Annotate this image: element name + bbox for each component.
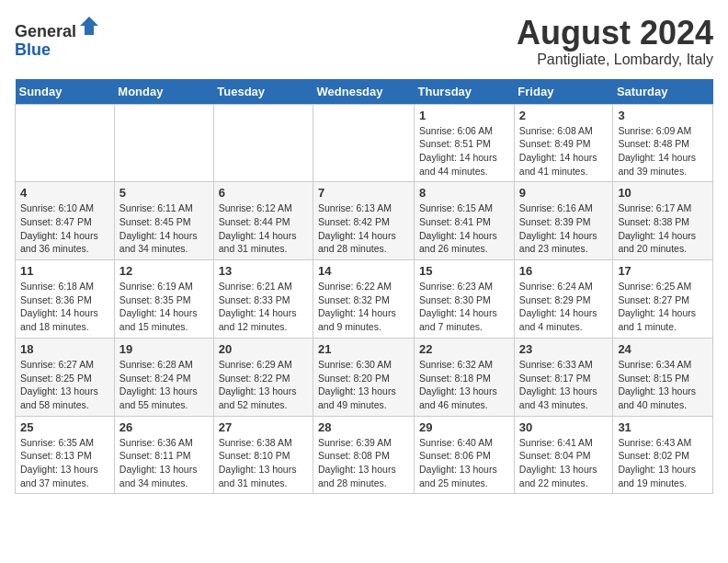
header-saturday: Saturday [613, 79, 713, 105]
calendar-body: 1Sunrise: 6:06 AM Sunset: 8:51 PM Daylig… [16, 104, 713, 494]
day-info: Sunrise: 6:35 AM Sunset: 8:13 PM Dayligh… [20, 436, 109, 490]
calendar-cell: 31Sunrise: 6:43 AM Sunset: 8:02 PM Dayli… [613, 416, 713, 494]
day-number: 20 [219, 342, 308, 356]
day-number: 4 [20, 186, 109, 200]
logo-icon [78, 15, 100, 37]
day-info: Sunrise: 6:24 AM Sunset: 8:29 PM Dayligh… [519, 280, 609, 334]
week-row-3: 18Sunrise: 6:27 AM Sunset: 8:25 PM Dayli… [16, 338, 713, 416]
day-number: 12 [119, 264, 209, 278]
day-info: Sunrise: 6:06 AM Sunset: 8:51 PM Dayligh… [419, 124, 509, 178]
header-friday: Friday [514, 79, 613, 105]
header-thursday: Thursday [415, 79, 515, 105]
calendar-cell: 26Sunrise: 6:36 AM Sunset: 8:11 PM Dayli… [114, 416, 213, 494]
calendar-cell: 24Sunrise: 6:34 AM Sunset: 8:15 PM Dayli… [613, 338, 713, 416]
calendar-cell [114, 104, 213, 182]
day-number: 24 [618, 342, 708, 356]
calendar-cell: 8Sunrise: 6:15 AM Sunset: 8:41 PM Daylig… [415, 182, 515, 260]
week-row-1: 4Sunrise: 6:10 AM Sunset: 8:47 PM Daylig… [16, 182, 713, 260]
day-number: 10 [618, 186, 708, 200]
page-header: General Blue August 2024 Pantigliate, Lo… [15, 15, 713, 68]
day-number: 13 [219, 264, 308, 278]
day-number: 21 [318, 342, 409, 356]
day-number: 1 [419, 109, 509, 122]
day-number: 17 [618, 264, 708, 278]
calendar-cell: 1Sunrise: 6:06 AM Sunset: 8:51 PM Daylig… [415, 104, 515, 182]
calendar-cell: 27Sunrise: 6:38 AM Sunset: 8:10 PM Dayli… [213, 416, 313, 494]
calendar-cell: 11Sunrise: 6:18 AM Sunset: 8:36 PM Dayli… [16, 260, 115, 339]
day-info: Sunrise: 6:17 AM Sunset: 8:38 PM Dayligh… [618, 201, 708, 256]
location: Pantigliate, Lombardy, Italy [517, 52, 713, 68]
day-info: Sunrise: 6:36 AM Sunset: 8:11 PM Dayligh… [119, 436, 209, 490]
day-number: 28 [318, 420, 409, 434]
month-title: August 2024 [517, 15, 713, 52]
calendar-cell: 30Sunrise: 6:41 AM Sunset: 8:04 PM Dayli… [514, 416, 613, 494]
day-info: Sunrise: 6:15 AM Sunset: 8:41 PM Dayligh… [419, 201, 509, 256]
day-number: 23 [519, 342, 609, 356]
calendar-cell: 3Sunrise: 6:09 AM Sunset: 8:48 PM Daylig… [613, 104, 713, 182]
day-number: 18 [20, 342, 109, 356]
calendar-cell: 18Sunrise: 6:27 AM Sunset: 8:25 PM Dayli… [16, 338, 115, 416]
calendar-cell: 9Sunrise: 6:16 AM Sunset: 8:39 PM Daylig… [514, 182, 613, 260]
day-number: 14 [318, 264, 409, 278]
day-info: Sunrise: 6:43 AM Sunset: 8:02 PM Dayligh… [618, 436, 708, 490]
calendar-cell: 22Sunrise: 6:32 AM Sunset: 8:18 PM Dayli… [415, 338, 515, 416]
day-info: Sunrise: 6:10 AM Sunset: 8:47 PM Dayligh… [20, 201, 109, 256]
day-info: Sunrise: 6:21 AM Sunset: 8:33 PM Dayligh… [219, 280, 308, 334]
calendar-cell: 29Sunrise: 6:40 AM Sunset: 8:06 PM Dayli… [415, 416, 515, 494]
header-sunday: Sunday [16, 79, 115, 105]
day-info: Sunrise: 6:29 AM Sunset: 8:22 PM Dayligh… [219, 358, 308, 412]
day-number: 31 [618, 420, 708, 434]
day-number: 7 [318, 186, 409, 200]
day-number: 15 [419, 264, 509, 278]
header-wednesday: Wednesday [313, 79, 415, 105]
calendar-cell: 2Sunrise: 6:08 AM Sunset: 8:49 PM Daylig… [514, 104, 613, 182]
day-info: Sunrise: 6:38 AM Sunset: 8:10 PM Dayligh… [219, 436, 308, 490]
day-number: 19 [119, 342, 209, 356]
header-tuesday: Tuesday [213, 79, 313, 105]
calendar-cell: 21Sunrise: 6:30 AM Sunset: 8:20 PM Dayli… [313, 338, 415, 416]
day-number: 16 [519, 264, 609, 278]
day-info: Sunrise: 6:23 AM Sunset: 8:30 PM Dayligh… [419, 280, 509, 334]
calendar-cell: 16Sunrise: 6:24 AM Sunset: 8:29 PM Dayli… [514, 260, 613, 339]
day-number: 5 [119, 186, 209, 200]
day-info: Sunrise: 6:27 AM Sunset: 8:25 PM Dayligh… [20, 358, 109, 412]
header-monday: Monday [114, 79, 213, 105]
day-info: Sunrise: 6:32 AM Sunset: 8:18 PM Dayligh… [419, 358, 509, 412]
title-block: August 2024 Pantigliate, Lombardy, Italy [517, 15, 713, 68]
calendar-cell: 7Sunrise: 6:13 AM Sunset: 8:42 PM Daylig… [313, 182, 415, 260]
day-info: Sunrise: 6:11 AM Sunset: 8:45 PM Dayligh… [119, 201, 209, 256]
day-info: Sunrise: 6:19 AM Sunset: 8:35 PM Dayligh… [119, 280, 209, 334]
calendar-cell: 13Sunrise: 6:21 AM Sunset: 8:33 PM Dayli… [213, 260, 313, 339]
day-info: Sunrise: 6:40 AM Sunset: 8:06 PM Dayligh… [419, 436, 509, 490]
calendar-cell [213, 104, 313, 182]
calendar-cell: 25Sunrise: 6:35 AM Sunset: 8:13 PM Dayli… [16, 416, 115, 494]
week-row-0: 1Sunrise: 6:06 AM Sunset: 8:51 PM Daylig… [16, 104, 713, 182]
week-row-4: 25Sunrise: 6:35 AM Sunset: 8:13 PM Dayli… [16, 416, 713, 494]
week-row-2: 11Sunrise: 6:18 AM Sunset: 8:36 PM Dayli… [16, 260, 713, 339]
day-number: 27 [219, 420, 308, 434]
logo-blue: Blue [15, 40, 51, 59]
day-info: Sunrise: 6:08 AM Sunset: 8:49 PM Dayligh… [519, 124, 609, 178]
calendar-cell: 4Sunrise: 6:10 AM Sunset: 8:47 PM Daylig… [16, 182, 115, 260]
day-number: 8 [419, 186, 509, 200]
calendar-header: SundayMondayTuesdayWednesdayThursdayFrid… [16, 79, 713, 105]
day-info: Sunrise: 6:25 AM Sunset: 8:27 PM Dayligh… [618, 280, 708, 334]
logo-text: General Blue [15, 15, 100, 60]
day-number: 6 [219, 186, 308, 200]
day-number: 11 [20, 264, 109, 278]
day-info: Sunrise: 6:34 AM Sunset: 8:15 PM Dayligh… [618, 358, 708, 412]
day-number: 29 [419, 420, 509, 434]
day-info: Sunrise: 6:30 AM Sunset: 8:20 PM Dayligh… [318, 358, 409, 412]
logo: General Blue [15, 15, 100, 60]
calendar-cell [16, 104, 115, 182]
calendar-cell: 6Sunrise: 6:12 AM Sunset: 8:44 PM Daylig… [213, 182, 313, 260]
svg-marker-0 [80, 17, 98, 35]
calendar-cell: 5Sunrise: 6:11 AM Sunset: 8:45 PM Daylig… [114, 182, 213, 260]
day-number: 9 [519, 186, 609, 200]
day-info: Sunrise: 6:33 AM Sunset: 8:17 PM Dayligh… [519, 358, 609, 412]
calendar-cell: 14Sunrise: 6:22 AM Sunset: 8:32 PM Dayli… [313, 260, 415, 339]
day-number: 25 [20, 420, 109, 434]
calendar-cell: 19Sunrise: 6:28 AM Sunset: 8:24 PM Dayli… [114, 338, 213, 416]
day-number: 26 [119, 420, 209, 434]
calendar-cell: 28Sunrise: 6:39 AM Sunset: 8:08 PM Dayli… [313, 416, 415, 494]
